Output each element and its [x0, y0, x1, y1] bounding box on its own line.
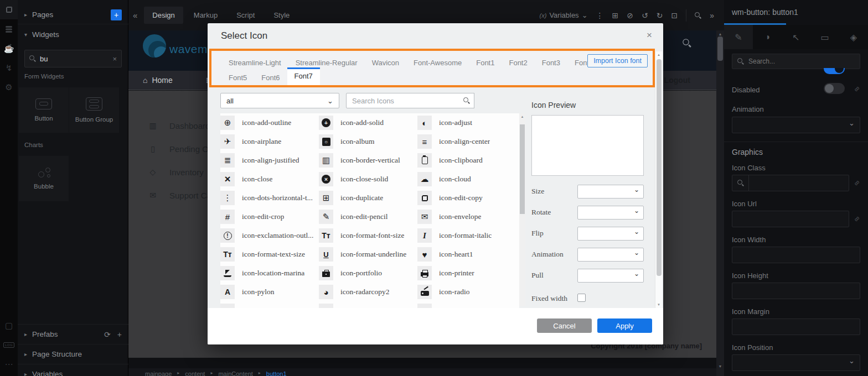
- widget-search-input[interactable]: [40, 55, 105, 63]
- icon-item-icon-heart1[interactable]: ♥icon-heart1: [417, 245, 516, 264]
- fixed-width-checkbox[interactable]: [577, 294, 586, 302]
- close-dialog-icon[interactable]: ×: [647, 30, 652, 41]
- scroll-up-icon[interactable]: ▲: [519, 115, 525, 118]
- icon-item-icon-format-underline[interactable]: Uicon-format-underline: [319, 245, 417, 264]
- rail-more-button[interactable]: ⋯: [0, 354, 18, 374]
- icon-url-input[interactable]: [732, 211, 849, 227]
- icon-item-icon-close-solid[interactable]: ×icon-close-solid: [319, 170, 417, 189]
- icon-width-input[interactable]: [732, 247, 860, 263]
- icon-font-tab-font3[interactable]: Font3: [535, 55, 567, 70]
- add-page-button[interactable]: +: [111, 9, 122, 20]
- scroll-down-icon[interactable]: ▼: [655, 303, 662, 306]
- icon-item-icon-close[interactable]: ×icon-close: [220, 170, 319, 189]
- icon-item-icon-album[interactable]: ○icon-album: [319, 132, 417, 151]
- icon-list-scrollbar-thumb[interactable]: [520, 124, 525, 214]
- rail-pages-button[interactable]: [0, 0, 18, 19]
- icon-item-icon-add-solid[interactable]: +icon-add-solid: [319, 113, 417, 132]
- icon-height-input[interactable]: [732, 283, 860, 299]
- icon-font-tab-font-awesome[interactable]: Font-Awesome: [406, 55, 469, 70]
- rail-apis-button[interactable]: ↯: [0, 58, 18, 77]
- toggle-on[interactable]: [824, 68, 845, 74]
- icon-item-icon-align-center[interactable]: ≡icon-align-center: [417, 132, 516, 151]
- icon-item-icon-format-italic[interactable]: Iicon-format-italic: [417, 226, 516, 245]
- cancel-button[interactable]: Cancel: [537, 318, 592, 333]
- icon-font-tab-font1[interactable]: Font1: [469, 55, 502, 70]
- icon-font-tab-font2[interactable]: Font2: [502, 55, 534, 70]
- icon-item-icon-clipboard[interactable]: icon-clipboard: [417, 151, 516, 170]
- canvas-scrollbar[interactable]: ▲ ▼: [716, 30, 724, 376]
- breadcrumb-item-content[interactable]: content: [185, 370, 205, 376]
- widget-tile-button-group[interactable]: Button Group: [69, 87, 119, 133]
- icon-category-select[interactable]: all ⌄: [220, 93, 339, 108]
- flip-select[interactable]: [577, 227, 644, 241]
- rotate-select[interactable]: [577, 206, 644, 220]
- bind-icon-url-icon[interactable]: ∞: [852, 214, 861, 223]
- widget-tile-bubble[interactable]: Bubble: [19, 156, 69, 201]
- panel-tab-events[interactable]: ↖: [782, 25, 810, 49]
- tab-style[interactable]: Style: [265, 7, 298, 24]
- icon-item-icon-cloud[interactable]: ☁icon-cloud: [417, 170, 516, 189]
- variables-dropdown[interactable]: (x)Variables⌄: [540, 11, 588, 19]
- icon-item-icon-edit-crop[interactable]: #icon-edit-crop: [220, 207, 319, 226]
- panel-tab-properties[interactable]: ✎: [724, 25, 753, 49]
- icon-item-icon-add-outline[interactable]: ⊕icon-add-outline: [220, 113, 319, 132]
- dialog-scrollbar[interactable]: ▲ ▼: [655, 51, 662, 308]
- scroll-up-icon[interactable]: ▲: [716, 32, 724, 36]
- icon-item-icon-envelope[interactable]: ✉icon-envelope: [417, 207, 516, 226]
- bind-disabled-icon[interactable]: ∞: [852, 84, 861, 93]
- scroll-up-icon[interactable]: ▲: [655, 53, 662, 56]
- rail-logs-button[interactable]: LOG: [0, 335, 18, 354]
- panel-tab-styles[interactable]: ◑: [753, 25, 782, 49]
- icon-position-select[interactable]: [732, 354, 860, 371]
- zoom-icon[interactable]: [695, 12, 701, 19]
- icon-item-icon-printer[interactable]: icon-printer: [417, 264, 516, 283]
- bind-icon-class-icon[interactable]: ∞: [852, 178, 861, 187]
- icon-item-icon-portfolio[interactable]: icon-portfolio: [319, 264, 417, 283]
- icon-item-partial[interactable]: [220, 301, 319, 308]
- icon-class-input[interactable]: [732, 175, 849, 191]
- save-icon[interactable]: ⊡: [671, 11, 678, 20]
- icon-item-icon-radio[interactable]: icon-radio: [417, 283, 516, 301]
- sidebar-item-prefabs[interactable]: ▸Prefabs⟳+: [18, 324, 128, 344]
- breadcrumb-item-maincontent[interactable]: mainContent: [218, 370, 252, 376]
- icon-margin-input[interactable]: [732, 318, 860, 335]
- icon-item-icon-location-marina[interactable]: icon-location-marina: [220, 264, 319, 283]
- expand-panel-icon[interactable]: »: [710, 11, 714, 20]
- icon-item-icon-radarcopy2[interactable]: ◕icon-radarcopy2: [319, 283, 417, 301]
- rail-settings-button[interactable]: ⚙: [0, 77, 18, 97]
- icon-item-icon-edit-copy[interactable]: icon-edit-copy: [417, 189, 516, 207]
- size-select[interactable]: [577, 185, 644, 199]
- sidebar-item-page-structure[interactable]: ▸Page Structure: [18, 344, 128, 364]
- icon-item-icon-format-text-size[interactable]: Tтicon-format-text-size: [220, 245, 319, 264]
- app-search-icon[interactable]: [683, 39, 691, 48]
- disabled-toggle[interactable]: [824, 83, 845, 94]
- redo-icon[interactable]: ↻: [657, 11, 663, 20]
- layout-icon[interactable]: ⊞: [612, 11, 619, 20]
- collapse-sidebar-icon[interactable]: «: [133, 11, 137, 20]
- pull-select[interactable]: [577, 269, 644, 283]
- icon-item-icon-dots-horizontal-t[interactable]: ⋮icon-dots-horizontal-t...: [220, 189, 319, 207]
- breadcrumb-item-mainpage[interactable]: mainpage: [145, 370, 172, 376]
- animation-select[interactable]: [732, 117, 860, 133]
- canvas-scrollbar-thumb[interactable]: [717, 36, 723, 61]
- apply-button[interactable]: Apply: [597, 318, 652, 333]
- tab-design[interactable]: Design: [144, 7, 183, 24]
- undo-icon[interactable]: ↺: [642, 11, 648, 20]
- tab-script[interactable]: Script: [228, 7, 263, 24]
- icon-font-tab-wavicon[interactable]: Wavicon: [365, 55, 406, 70]
- sidebar-item-widgets[interactable]: ▾ Widgets: [18, 24, 128, 44]
- animation-select[interactable]: [577, 248, 644, 262]
- scroll-down-icon[interactable]: ▼: [716, 364, 724, 368]
- panel-tab-security[interactable]: ◈: [839, 25, 868, 49]
- sidebar-item-variables[interactable]: ▸Variables: [18, 364, 128, 376]
- icon-search-input[interactable]: [352, 97, 453, 105]
- icon-item-icon-format-font-size[interactable]: Tтicon-format-font-size: [319, 226, 417, 245]
- rail-files-button[interactable]: ▢: [0, 316, 18, 335]
- icon-list-scrollbar[interactable]: ▲: [519, 113, 525, 306]
- sidebar-item-pages[interactable]: ▸ Pages +: [18, 6, 128, 24]
- icon-font-tab-font7[interactable]: Font7: [287, 67, 320, 85]
- icon-item-partial[interactable]: [319, 301, 417, 308]
- icon-item-partial[interactable]: [417, 301, 516, 308]
- icon-item-icon-border-vertical[interactable]: ▥icon-border-vertical: [319, 151, 417, 170]
- plus-icon[interactable]: +: [117, 330, 122, 339]
